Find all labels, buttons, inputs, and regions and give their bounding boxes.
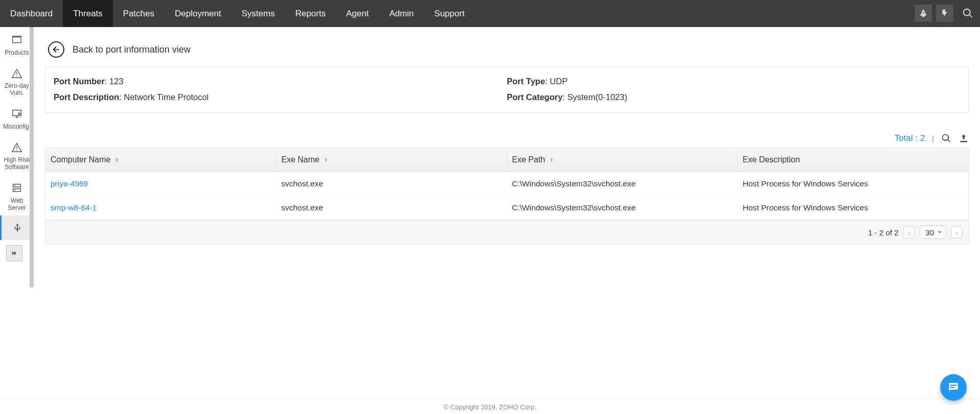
col-exe-description[interactable]: Exe Description [737, 148, 968, 172]
port-description: Port Description: Network Time Protocol [54, 89, 507, 105]
page-range: 1 - 2 of 2 [868, 228, 898, 237]
usb-icon [12, 223, 23, 236]
warning-icon [11, 142, 22, 155]
back-label: Back to port information view [73, 44, 190, 55]
total-count: Total : 2 [895, 133, 925, 143]
cell-exe-path: C:\Windows\System32\svchost.exe [507, 172, 738, 196]
sidebar-expand-button[interactable] [6, 245, 22, 261]
port-category: Port Category: System(0-1023) [507, 89, 961, 105]
sidebar-item-misconfig-[interactable]: Misconfig. [0, 101, 34, 135]
table-toolbar: Total : 2 | [45, 133, 969, 143]
port-type: Port Type: UDP [507, 74, 961, 89]
sidebar-item-label: Products [5, 50, 29, 57]
nav-systems[interactable]: Systems [231, 0, 285, 27]
col-computer-name[interactable]: Computer Name ▲▼ [45, 148, 276, 172]
nav-agent[interactable]: Agent [336, 0, 379, 27]
launch-icon[interactable] [915, 5, 932, 22]
back-row: Back to port information view [48, 41, 969, 58]
sidebar-scrollbar[interactable] [30, 27, 34, 287]
main-area: ProductsZero-day Vuln.Misconfig.High Ris… [0, 27, 980, 399]
port-number: Port Number: 123 [54, 74, 507, 89]
toolbar-separator: | [932, 134, 934, 143]
top-nav: DashboardThreatsPatchesDeploymentSystems… [0, 0, 980, 27]
cell-exe-name: svchost.exe [276, 172, 507, 196]
cell-computer-name[interactable]: smp-w8-64-1 [45, 196, 276, 220]
table-search-icon[interactable] [941, 133, 951, 143]
nav-support[interactable]: Support [424, 0, 475, 27]
sidebar-item-usb[interactable] [0, 215, 34, 240]
chat-fab[interactable] [940, 374, 967, 401]
sidebar-item-label: High Risk Software [1, 157, 33, 171]
back-button[interactable] [48, 41, 64, 58]
nav-threats[interactable]: Threats [63, 0, 113, 27]
server-icon [11, 182, 22, 196]
sidebar-item-label: Misconfig. [3, 124, 31, 131]
table-row: priya-4969svchost.exeC:\Windows\System32… [45, 172, 968, 196]
sidebar-item-high-risk-software[interactable]: High Risk Software [0, 135, 34, 175]
search-icon[interactable] [958, 5, 978, 22]
sidebar-item-label: Zero-day Vuln. [1, 83, 33, 97]
sidebar-item-web-server[interactable]: Web Server [0, 175, 34, 215]
sidebar: ProductsZero-day Vuln.Misconfig.High Ris… [0, 27, 34, 399]
next-page-button[interactable]: › [951, 226, 962, 238]
monitor-gear-icon [11, 108, 22, 121]
nav-dashboard[interactable]: Dashboard [0, 0, 63, 27]
table-footer: 1 - 2 of 2 ‹ 30 › [45, 220, 968, 244]
cell-exe-name: svchost.exe [276, 196, 507, 220]
content: Back to port information view Port Numbe… [34, 27, 980, 399]
nav-patches[interactable]: Patches [113, 0, 164, 27]
cell-exe-path: C:\Windows\System32\svchost.exe [507, 196, 738, 220]
nav-reports[interactable]: Reports [285, 0, 336, 27]
bolt-icon[interactable] [936, 5, 953, 22]
nav-admin[interactable]: Admin [379, 0, 424, 27]
sort-icon[interactable]: ▲▼ [549, 157, 554, 162]
page-footer: © Copyright 2019, ZOHO Corp. [0, 399, 980, 414]
sidebar-item-products[interactable]: Products [0, 27, 34, 61]
nav-spacer [475, 0, 913, 27]
warning-icon [11, 68, 22, 81]
cell-exe-description: Host Process for Windows Services [737, 196, 968, 220]
prev-page-button[interactable]: ‹ [903, 226, 915, 238]
export-icon[interactable] [959, 133, 969, 143]
table-header: Computer Name ▲▼ Exe Name ▲▼ Exe Path ▲▼… [45, 148, 968, 172]
cell-exe-description: Host Process for Windows Services [737, 172, 968, 196]
sidebar-item-label: Web Server [1, 198, 33, 212]
nav-deployment[interactable]: Deployment [164, 0, 231, 27]
port-info-box: Port Number: 123 Port Type: UDP Port Des… [45, 67, 969, 113]
results-table: Computer Name ▲▼ Exe Name ▲▼ Exe Path ▲▼… [45, 148, 969, 245]
table-row: smp-w8-64-1svchost.exeC:\Windows\System3… [45, 196, 968, 220]
products-icon [11, 34, 22, 47]
page-size-select[interactable]: 30 [920, 226, 946, 239]
sort-icon[interactable]: ▲▼ [323, 157, 328, 162]
sort-icon[interactable]: ▲▼ [114, 157, 119, 162]
col-exe-name[interactable]: Exe Name ▲▼ [276, 148, 507, 172]
cell-computer-name[interactable]: priya-4969 [45, 172, 276, 196]
sidebar-item-zero-day-vuln-[interactable]: Zero-day Vuln. [0, 61, 34, 101]
col-exe-path[interactable]: Exe Path ▲▼ [507, 148, 738, 172]
